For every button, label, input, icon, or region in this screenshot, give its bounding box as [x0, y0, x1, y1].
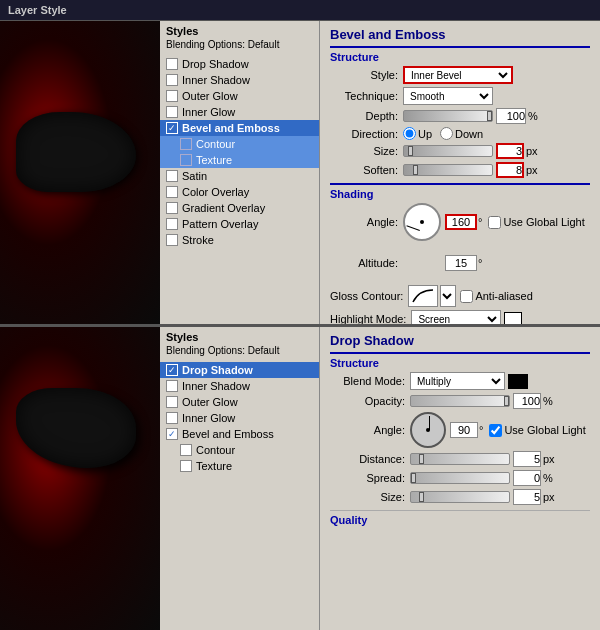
use-global-light-label[interactable]: Use Global Light: [488, 216, 584, 229]
direction-up-radio[interactable]: Up: [403, 127, 432, 140]
bottom-inner-shadow-checkbox[interactable]: [166, 380, 178, 392]
spread-input[interactable]: [513, 470, 541, 486]
ds-angle-label: Angle:: [330, 424, 405, 436]
bottom-style-item-contour[interactable]: Contour: [160, 442, 319, 458]
ds-use-global-light-label[interactable]: Use Global Light: [489, 424, 585, 437]
bottom-drop-shadow-checkbox[interactable]: ✓: [166, 364, 178, 376]
title-bar: Layer Style: [0, 0, 600, 21]
bottom-bevel-emboss-checkbox[interactable]: ✓: [166, 428, 178, 440]
soften-label: Soften:: [330, 164, 398, 176]
style-select[interactable]: Inner Bevel: [403, 66, 513, 84]
bottom-style-item-inner-shadow[interactable]: Inner Shadow: [160, 378, 319, 394]
satin-checkbox[interactable]: [166, 170, 178, 182]
distance-unit: px: [543, 453, 555, 465]
soften-slider-handle[interactable]: [413, 165, 418, 175]
depth-input[interactable]: [496, 108, 526, 124]
depth-slider[interactable]: [403, 110, 493, 122]
bottom-style-item-texture[interactable]: Texture: [160, 458, 319, 474]
spread-slider-handle[interactable]: [411, 473, 416, 483]
altitude-spacer: [403, 244, 441, 282]
ds-size-input[interactable]: [513, 489, 541, 505]
top-style-item-stroke[interactable]: Stroke: [160, 232, 319, 248]
highlight-mode-select[interactable]: Screen: [411, 310, 501, 324]
top-style-item-outer-glow[interactable]: Outer Glow: [160, 88, 319, 104]
distance-input[interactable]: [513, 451, 541, 467]
direction-label: Direction:: [330, 128, 398, 140]
soften-slider[interactable]: [403, 164, 493, 176]
gloss-contour-label: Gloss Contour:: [330, 290, 403, 302]
direction-down-radio[interactable]: Down: [440, 127, 483, 140]
depth-slider-handle[interactable]: [487, 111, 492, 121]
technique-select[interactable]: Smooth: [403, 87, 493, 105]
ds-size-slider[interactable]: [410, 491, 510, 503]
angle-dial[interactable]: [403, 203, 441, 241]
blend-mode-color-swatch[interactable]: [508, 374, 528, 389]
stroke-checkbox[interactable]: [166, 234, 178, 246]
bottom-style-item-drop-shadow[interactable]: ✓ Drop Shadow: [160, 362, 319, 378]
size-slider-handle[interactable]: [408, 146, 413, 156]
size-input[interactable]: [496, 143, 524, 159]
bottom-style-item-inner-glow[interactable]: Inner Glow: [160, 410, 319, 426]
ds-size-label: Size:: [330, 491, 405, 503]
angle-input[interactable]: [445, 214, 477, 230]
top-style-item-inner-shadow[interactable]: Inner Shadow: [160, 72, 319, 88]
top-style-item-satin[interactable]: Satin: [160, 168, 319, 184]
layer-style-window: Layer Style Styles Blending Options: Def…: [0, 0, 600, 630]
spread-label: Spread:: [330, 472, 405, 484]
gloss-contour-select[interactable]: [440, 285, 456, 307]
bottom-contour-checkbox[interactable]: [180, 444, 192, 456]
soften-input[interactable]: [496, 162, 524, 178]
inner-glow-checkbox[interactable]: [166, 106, 178, 118]
gradient-overlay-checkbox[interactable]: [166, 202, 178, 214]
size-label: Size:: [330, 145, 398, 157]
use-global-light-checkbox[interactable]: [488, 216, 501, 229]
top-style-item-bevel-emboss[interactable]: ✓ Bevel and Emboss: [160, 120, 319, 136]
top-style-item-texture[interactable]: Texture: [160, 152, 319, 168]
ds-angle-dial[interactable]: [410, 412, 446, 448]
highlight-color-swatch[interactable]: [504, 312, 522, 325]
ds-opacity-handle[interactable]: [504, 396, 509, 406]
shading-title: Shading: [330, 188, 590, 200]
top-style-item-drop-shadow[interactable]: Drop Shadow: [160, 56, 319, 72]
size-slider[interactable]: [403, 145, 493, 157]
outer-glow-checkbox[interactable]: [166, 90, 178, 102]
depth-label: Depth:: [330, 110, 398, 122]
angle-label: Angle:: [330, 216, 398, 228]
bottom-style-item-bevel-emboss[interactable]: ✓ Bevel and Emboss: [160, 426, 319, 442]
anti-aliased-checkbox[interactable]: [460, 290, 473, 303]
size-unit: px: [526, 145, 538, 157]
drop-shadow-section-title: Drop Shadow: [330, 333, 590, 348]
inner-shadow-checkbox[interactable]: [166, 74, 178, 86]
ds-use-global-light-checkbox[interactable]: [489, 424, 502, 437]
bottom-outer-glow-checkbox[interactable]: [166, 396, 178, 408]
altitude-input[interactable]: [445, 255, 477, 271]
blend-mode-select[interactable]: Multiply: [410, 372, 505, 390]
drop-shadow-checkbox[interactable]: [166, 58, 178, 70]
top-style-item-gradient-overlay[interactable]: Gradient Overlay: [160, 200, 319, 216]
ds-size-slider-handle[interactable]: [419, 492, 424, 502]
texture-checkbox[interactable]: [180, 154, 192, 166]
contour-checkbox[interactable]: [180, 138, 192, 150]
bottom-inner-glow-checkbox[interactable]: [166, 412, 178, 424]
distance-slider[interactable]: [410, 453, 510, 465]
top-style-item-inner-glow[interactable]: Inner Glow: [160, 104, 319, 120]
drop-shadow-structure-title: Structure: [330, 357, 590, 369]
bottom-texture-checkbox[interactable]: [180, 460, 192, 472]
top-style-item-color-overlay[interactable]: Color Overlay: [160, 184, 319, 200]
angle-deg: °: [478, 216, 482, 228]
gloss-contour-preview[interactable]: [408, 285, 438, 307]
spread-slider[interactable]: [410, 472, 510, 484]
anti-aliased-label[interactable]: Anti-aliased: [460, 290, 532, 303]
angle-center-dot: [420, 220, 424, 224]
ds-angle-input[interactable]: [450, 422, 478, 438]
ds-opacity-slider[interactable]: [410, 395, 510, 407]
bevel-emboss-checkbox[interactable]: ✓: [166, 122, 178, 134]
ds-opacity-input[interactable]: [513, 393, 541, 409]
color-overlay-checkbox[interactable]: [166, 186, 178, 198]
bottom-style-item-outer-glow[interactable]: Outer Glow: [160, 394, 319, 410]
top-style-item-pattern-overlay[interactable]: Pattern Overlay: [160, 216, 319, 232]
technique-label: Technique:: [330, 90, 398, 102]
top-style-item-contour[interactable]: Contour: [160, 136, 319, 152]
distance-slider-handle[interactable]: [419, 454, 424, 464]
pattern-overlay-checkbox[interactable]: [166, 218, 178, 230]
